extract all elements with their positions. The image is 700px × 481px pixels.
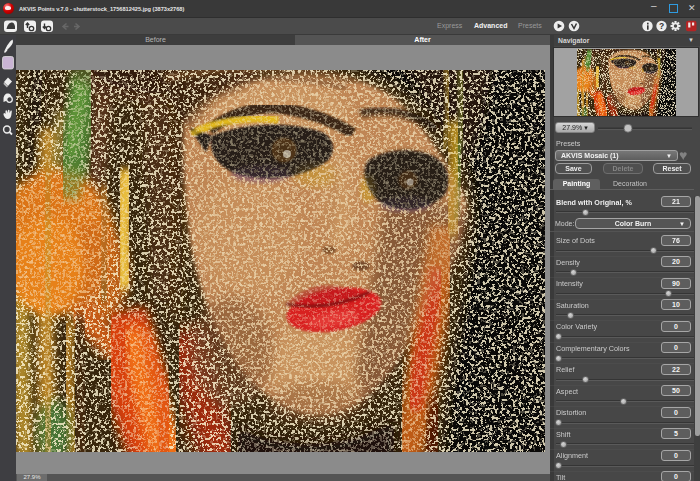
svg-text:?: ? <box>659 21 664 31</box>
